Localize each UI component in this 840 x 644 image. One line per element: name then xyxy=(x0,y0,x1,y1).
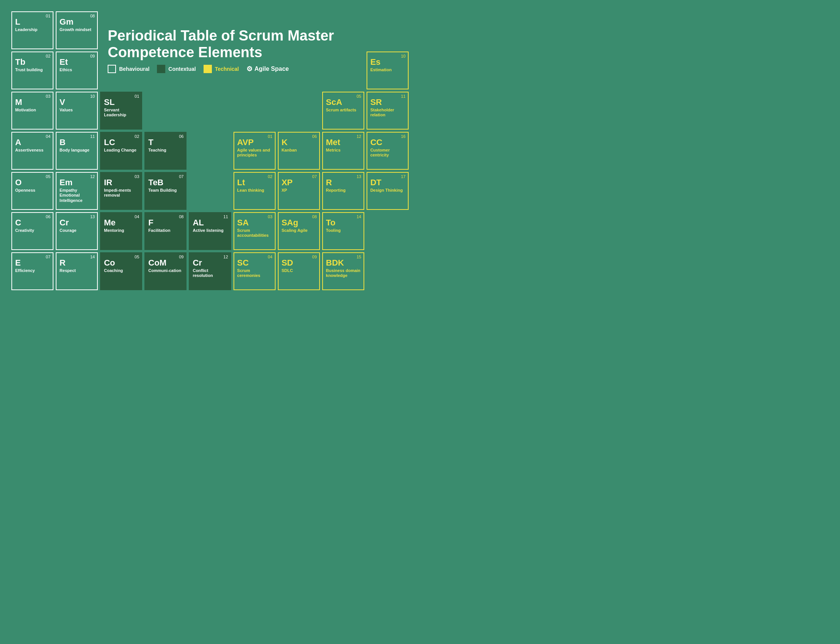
element-V: 10 V Values xyxy=(56,92,98,130)
element-A-abbr: A xyxy=(15,138,49,147)
element-IR-number: 03 xyxy=(135,174,139,179)
element-E-number: 07 xyxy=(46,255,50,259)
element-AVP-abbr: AVP xyxy=(237,138,272,147)
element-CC-number: 16 xyxy=(401,134,405,139)
page-title: Periodical Table of Scrum MasterCompeten… xyxy=(108,28,401,61)
element-SL-name: Servant Leadership xyxy=(104,108,138,117)
element-A-number: 04 xyxy=(46,134,50,139)
element-C: 06 C Creativity xyxy=(12,212,53,250)
element-Cr2-abbr: Cr xyxy=(193,258,227,268)
element-DT-name: Design Thinking xyxy=(371,188,405,193)
element-O-number: 05 xyxy=(46,174,50,179)
element-AVP: 01 AVP Agile values and principles xyxy=(234,132,275,170)
element-SA-name: Scrum accountabilities xyxy=(237,228,272,238)
element-TeB-abbr: TeB xyxy=(148,178,183,187)
element-To: 14 To Tooling xyxy=(322,212,364,250)
element-B-abbr: B xyxy=(59,138,94,147)
element-V-name: Values xyxy=(59,108,94,113)
element-O-abbr: O xyxy=(15,178,49,187)
element-Et-abbr: Et xyxy=(59,58,94,67)
legend-technical-box xyxy=(204,65,212,73)
element-Co-number: 05 xyxy=(135,255,139,259)
element-Cr2-number: 12 xyxy=(223,255,228,259)
element-V-abbr: V xyxy=(59,98,94,107)
element-SL-abbr: SL xyxy=(104,98,138,107)
empty-5-4 xyxy=(189,132,231,170)
element-DT: 17 DT Design Thinking xyxy=(367,172,408,210)
element-IR-abbr: IR xyxy=(104,178,138,187)
element-Gm-number: 08 xyxy=(90,14,95,18)
element-XP-abbr: XP xyxy=(282,178,316,187)
element-T-abbr: T xyxy=(148,138,183,147)
element-Et-number: 09 xyxy=(90,54,95,58)
legend-technical-label: Technical xyxy=(215,66,239,72)
element-Tb-name: Trust building xyxy=(15,67,49,72)
element-Gm: 08 Gm Growth mindset xyxy=(56,12,98,49)
element-M-abbr: M xyxy=(15,98,49,107)
element-E-name: Efficiency xyxy=(15,268,49,273)
legend-contextual-label: Contextual xyxy=(168,66,196,72)
element-SL: 01 SL Servant Leadership xyxy=(100,92,142,130)
element-SR-number: 11 xyxy=(401,94,405,99)
element-ScA-abbr: ScA xyxy=(326,98,361,107)
element-AVP-name: Agile values and principles xyxy=(237,148,272,158)
element-LC-number: 02 xyxy=(135,134,139,139)
periodic-table-grid: 01 L Leadership 08 Gm Growth mindset Per… xyxy=(12,12,408,290)
element-SC-number: 04 xyxy=(268,255,272,259)
element-A-name: Assertiveness xyxy=(15,148,49,153)
agile-space-icon: ⚙ xyxy=(246,65,252,73)
element-SC: 04 SC Scrum ceremonies xyxy=(234,252,275,290)
element-Em: 12 Em Empathy Emotional Intelligence xyxy=(56,172,98,210)
legend-row: Behavioural Contextual Technical ⚙ Agile… xyxy=(108,65,401,73)
element-SAg-abbr: SAg xyxy=(282,218,316,227)
element-Rr-number: 14 xyxy=(90,255,95,259)
element-CoM: 09 CoM Communi-cation xyxy=(145,252,186,290)
element-CC-name: Customer centricity xyxy=(371,148,405,158)
element-B-number: 11 xyxy=(90,134,95,139)
element-Es-name: Estimation xyxy=(371,67,405,72)
element-C-number: 06 xyxy=(46,214,50,219)
empty-9-6 xyxy=(367,212,408,250)
element-IR: 03 IR Impedi-ments removal xyxy=(100,172,142,210)
element-CC: 16 CC Customer centricity xyxy=(367,132,408,170)
element-Cr2-name: Conflict resolution xyxy=(193,268,227,278)
element-TeB-name: Team Building xyxy=(148,188,183,193)
element-O: 05 O Openness xyxy=(12,172,53,210)
element-Tb-number: 02 xyxy=(46,54,50,58)
element-Em-abbr: Em xyxy=(59,178,94,187)
element-SC-abbr: SC xyxy=(237,258,272,268)
element-Et: 09 Et Ethics xyxy=(56,51,98,89)
element-Tb: 02 Tb Trust building xyxy=(12,51,53,89)
element-R: 13 R Reporting xyxy=(322,172,364,210)
brand-name: Agile Space xyxy=(254,66,289,72)
element-B-name: Body language xyxy=(59,148,94,153)
element-Me-abbr: Me xyxy=(104,218,138,227)
empty-5-5 xyxy=(189,172,231,210)
element-F-name: Facilitation xyxy=(148,228,183,233)
element-BDK: 15 BDK Business domain knowledge xyxy=(322,252,364,290)
element-ScA: 05 ScA Scrum artifacts xyxy=(322,92,364,130)
element-SA: 03 SA Scrum accountabilities xyxy=(234,212,275,250)
legend-behavioural-label: Behavioural xyxy=(119,66,149,72)
element-XP-number: 07 xyxy=(312,174,317,179)
element-SC-name: Scrum ceremonies xyxy=(237,268,272,278)
element-Et-name: Ethics xyxy=(59,67,94,72)
element-V-number: 10 xyxy=(90,94,95,99)
element-TeB: 07 TeB Team Building xyxy=(145,172,186,210)
element-K-number: 06 xyxy=(312,134,317,139)
element-BDK-number: 15 xyxy=(357,255,361,259)
element-SD: 09 SD SDLC xyxy=(278,252,320,290)
element-Cr-number: 13 xyxy=(90,214,95,219)
legend-contextual-box xyxy=(157,65,165,73)
element-SR: 11 SR Stakeholder relation xyxy=(367,92,408,130)
element-F: 08 F Facilitation xyxy=(145,212,186,250)
element-Lt-number: 02 xyxy=(268,174,272,179)
element-M-name: Motivation xyxy=(15,108,49,113)
element-SL-number: 01 xyxy=(135,94,139,99)
element-SD-number: 09 xyxy=(312,255,317,259)
element-AL-number: 11 xyxy=(223,214,228,219)
empty-4-3 xyxy=(145,92,186,130)
element-ScA-number: 05 xyxy=(357,94,361,99)
element-K: 06 K Kanban xyxy=(278,132,320,170)
element-SA-abbr: SA xyxy=(237,218,272,227)
